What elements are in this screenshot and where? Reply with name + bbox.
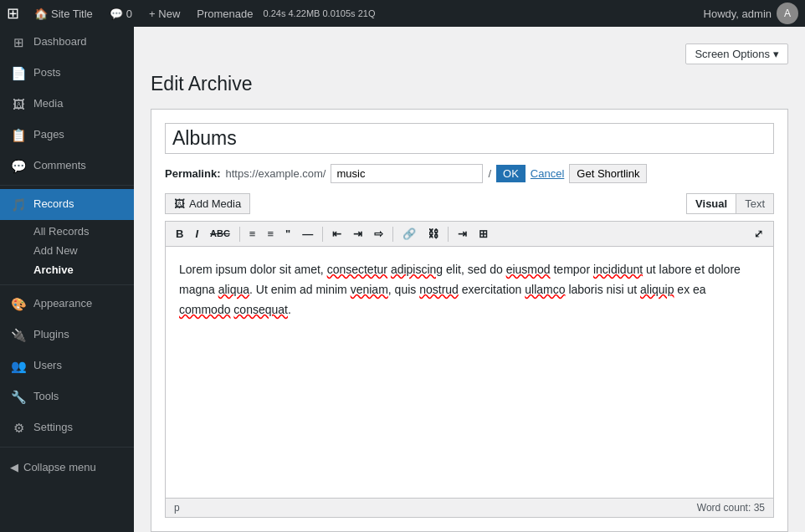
home-icon: 🏠 [34, 8, 48, 20]
permalink-base: https://example.com/ [225, 167, 326, 180]
sidebar-divider-2 [0, 284, 134, 285]
toolbar-ol[interactable]: ≡ [262, 225, 279, 243]
editor-toolbar-top: 🖼 Add Media Visual Text [165, 193, 774, 214]
toolbar-link[interactable]: 🔗 [397, 225, 421, 243]
editor-toolbar: B I ABC ≡ ≡ " — ⇤ ⇥ ⇨ 🔗 ⛓ ⇥ [166, 222, 773, 247]
editor-wrapper: B I ABC ≡ ≡ " — ⇤ ⇥ ⇨ 🔗 ⛓ ⇥ [165, 221, 774, 518]
plugins-icon: 🔌 [10, 326, 27, 344]
permalink-ok-button[interactable]: OK [496, 165, 526, 182]
sidebar-item-pages[interactable]: 📋 Pages [0, 120, 134, 151]
sidebar-sub-add-new[interactable]: Add New [33, 241, 134, 260]
permalink-shortlink-button[interactable]: Get Shortlink [569, 164, 647, 183]
toolbar-italic[interactable]: I [190, 225, 203, 243]
avatar: A [777, 3, 798, 24]
permalink-row: Permalink: https://example.com/ / OK Can… [165, 164, 774, 183]
comments-link[interactable]: 💬 0 [103, 8, 139, 20]
screen-options-bar: Screen Options ▾ [151, 43, 788, 64]
dashboard-icon: ⊞ [10, 33, 27, 51]
performance-info: 0.24s 4.22MB 0.0105s 21Q [264, 8, 376, 18]
posts-icon: 📄 [10, 64, 27, 82]
sidebar-item-comments[interactable]: 💬 Comments [0, 151, 134, 182]
toolbar-align-center[interactable]: ⇥ [348, 225, 367, 243]
records-icon: 🎵 [10, 196, 27, 213]
wp-logo[interactable]: ⊞ [7, 4, 19, 23]
sidebar-item-settings[interactable]: ⚙ Settings [0, 412, 134, 443]
visual-text-tabs: Visual Text [686, 193, 774, 214]
toolbar-sep-4 [448, 227, 449, 242]
sidebar-sub-all-records[interactable]: All Records [33, 222, 134, 241]
sidebar: ⊞ Dashboard 📄 Posts 🖼 Media 📋 Pages 💬 Co… [0, 27, 134, 532]
tab-visual[interactable]: Visual [687, 194, 736, 213]
page-title: Edit Archive [151, 73, 788, 95]
toolbar-table[interactable]: ⊞ [474, 225, 493, 243]
theme-link[interactable]: Promenade [190, 8, 259, 20]
toolbar-bold[interactable]: B [171, 225, 188, 243]
editor-content-area[interactable]: Lorem ipsum dolor sit amet, consectetur … [166, 247, 773, 498]
sidebar-sub-archive[interactable]: Archive [33, 260, 134, 279]
toolbar-strikethrough[interactable]: ABC [205, 226, 235, 242]
sidebar-item-tools[interactable]: 🔧 Tools [0, 381, 134, 412]
pages-icon: 📋 [10, 126, 27, 144]
toolbar-fullscreen[interactable]: ⤢ [749, 225, 768, 243]
add-media-icon: 🖼 [174, 197, 185, 210]
screen-options-button[interactable]: Screen Options ▾ [685, 43, 788, 64]
toolbar-blockquote[interactable]: " [280, 225, 295, 243]
toolbar-sep-2 [322, 227, 323, 242]
sidebar-divider-3 [0, 447, 134, 448]
site-title-link[interactable]: 🏠 Site Title [28, 8, 100, 20]
chevron-down-icon: ▾ [773, 48, 779, 60]
main-content: Screen Options ▾ Edit Archive Permalink:… [134, 27, 805, 532]
toolbar-sep-3 [392, 227, 393, 242]
admin-bar: ⊞ 🏠 Site Title 💬 0 + New Promenade 0.24s… [0, 0, 805, 27]
new-content-link[interactable]: + New [142, 8, 187, 20]
editor-path: p [174, 502, 180, 514]
settings-icon: ⚙ [10, 419, 27, 437]
editor-footer: p Word count: 35 [166, 498, 773, 517]
edit-box: Permalink: https://example.com/ / OK Can… [151, 109, 788, 532]
toolbar-hr[interactable]: — [297, 225, 318, 243]
sidebar-item-posts[interactable]: 📄 Posts [0, 58, 134, 89]
tab-text[interactable]: Text [736, 194, 773, 213]
sidebar-item-media[interactable]: 🖼 Media [0, 89, 134, 120]
sidebar-records-submenu: All Records Add New Archive [0, 220, 134, 281]
appearance-icon: 🎨 [10, 295, 27, 313]
tools-icon: 🔧 [10, 388, 27, 406]
sidebar-item-appearance[interactable]: 🎨 Appearance [0, 289, 134, 320]
media-icon: 🖼 [10, 95, 27, 113]
collapse-menu-button[interactable]: ◀ Collapse menu [0, 454, 134, 480]
toolbar-sep-1 [239, 227, 240, 242]
permalink-label: Permalink: [165, 167, 220, 180]
comments-nav-icon: 💬 [10, 157, 27, 175]
howdy-label[interactable]: Howdy, admin A [704, 3, 798, 24]
users-icon: 👥 [10, 357, 27, 375]
post-title-input[interactable] [165, 123, 774, 154]
permalink-slug-input[interactable] [331, 164, 483, 183]
sidebar-item-records[interactable]: 🎵 Records [0, 189, 134, 220]
permalink-slash: / [488, 167, 491, 180]
toolbar-ul[interactable]: ≡ [244, 225, 261, 243]
word-count: Word count: 35 [697, 502, 765, 514]
collapse-icon: ◀ [10, 461, 18, 473]
toolbar-align-right[interactable]: ⇨ [369, 225, 388, 243]
sidebar-item-dashboard[interactable]: ⊞ Dashboard [0, 27, 134, 58]
toolbar-unlink[interactable]: ⛓ [423, 225, 444, 243]
adminbar-right: Howdy, admin A [704, 3, 798, 24]
toolbar-align-left[interactable]: ⇤ [327, 225, 346, 243]
comment-icon: 💬 [110, 8, 123, 20]
sidebar-item-users[interactable]: 👥 Users [0, 350, 134, 381]
permalink-cancel-button[interactable]: Cancel [531, 167, 564, 180]
sidebar-item-plugins[interactable]: 🔌 Plugins [0, 320, 134, 350]
toolbar-indent[interactable]: ⇥ [453, 225, 472, 243]
sidebar-divider-1 [0, 185, 134, 186]
add-media-button[interactable]: 🖼 Add Media [165, 193, 250, 214]
